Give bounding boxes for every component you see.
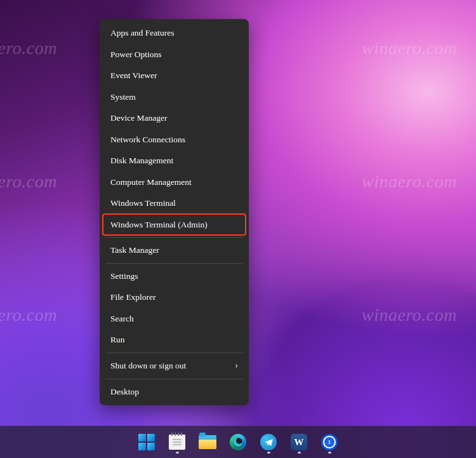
menu-item-label: Computer Management bbox=[110, 178, 192, 187]
menu-item-label: Shut down or sign out bbox=[110, 361, 186, 370]
winx-context-menu: Apps and FeaturesPower OptionsEvent View… bbox=[100, 19, 249, 405]
chevron-right-icon: › bbox=[235, 361, 238, 370]
watermark: winaero.com bbox=[0, 38, 57, 58]
menu-item-label: Settings bbox=[110, 272, 138, 281]
menu-item-device-manager[interactable]: Device Manager bbox=[103, 107, 246, 129]
taskbar: W1 bbox=[0, 426, 476, 458]
menu-item-task-manager[interactable]: Task Manager bbox=[103, 239, 246, 261]
file-explorer-icon bbox=[199, 435, 216, 449]
watermark: winaero.com bbox=[362, 305, 457, 325]
onepassword-icon: 1 bbox=[321, 434, 338, 450]
menu-separator bbox=[105, 353, 243, 353]
menu-item-label: Device Manager bbox=[110, 114, 168, 123]
menu-item-settings[interactable]: Settings bbox=[103, 266, 246, 287]
running-indicator bbox=[328, 452, 331, 454]
menu-separator bbox=[105, 263, 243, 264]
taskbar-word-button[interactable]: W bbox=[286, 429, 312, 455]
menu-item-windows-terminal[interactable]: Windows Terminal bbox=[103, 192, 246, 214]
start-icon bbox=[138, 434, 155, 450]
running-indicator bbox=[176, 452, 179, 454]
menu-separator bbox=[105, 237, 243, 238]
menu-item-power-options[interactable]: Power Options bbox=[103, 44, 246, 65]
edge-icon bbox=[230, 434, 246, 450]
taskbar-notes-button[interactable] bbox=[164, 429, 190, 455]
menu-item-label: Desktop bbox=[110, 387, 139, 396]
menu-item-label: Search bbox=[110, 314, 134, 323]
menu-item-label: Event Viewer bbox=[110, 71, 157, 80]
menu-item-label: Windows Terminal (Admin) bbox=[110, 220, 208, 229]
menu-item-computer-management[interactable]: Computer Management bbox=[103, 172, 246, 193]
menu-item-label: Power Options bbox=[110, 50, 162, 59]
menu-item-label: Windows Terminal bbox=[110, 199, 176, 208]
menu-item-label: System bbox=[110, 93, 136, 102]
taskbar-edge-button[interactable] bbox=[225, 429, 251, 455]
menu-item-desktop[interactable]: Desktop bbox=[103, 381, 246, 403]
menu-item-label: Task Manager bbox=[110, 246, 159, 255]
watermark: winaero.com bbox=[362, 172, 457, 192]
menu-item-system[interactable]: System bbox=[103, 86, 246, 108]
watermark: winaero.com bbox=[362, 38, 457, 58]
telegram-icon bbox=[260, 434, 277, 450]
menu-item-event-viewer[interactable]: Event Viewer bbox=[103, 65, 246, 86]
taskbar-file-explorer-button[interactable] bbox=[195, 429, 220, 455]
taskbar-start-button[interactable] bbox=[134, 429, 159, 455]
menu-item-apps-and-features[interactable]: Apps and Features bbox=[103, 22, 246, 44]
notes-icon bbox=[169, 434, 185, 450]
desktop[interactable]: winaero.com winaero.com winaero.com wina… bbox=[0, 0, 476, 458]
menu-item-windows-terminal-admin[interactable]: Windows Terminal (Admin) bbox=[103, 214, 246, 236]
menu-item-label: Run bbox=[110, 335, 125, 344]
word-icon: W bbox=[291, 434, 307, 450]
watermark: winaero.com bbox=[0, 172, 57, 192]
menu-item-label: Apps and Features bbox=[110, 29, 174, 37]
menu-item-label: File Explorer bbox=[110, 293, 156, 302]
menu-item-label: Disk Management bbox=[110, 156, 173, 165]
menu-separator bbox=[105, 379, 243, 379]
taskbar-telegram-button[interactable] bbox=[256, 429, 281, 455]
menu-item-shut-down-or-sign-out[interactable]: Shut down or sign out› bbox=[103, 355, 246, 377]
menu-item-label: Network Connections bbox=[110, 135, 185, 144]
running-indicator bbox=[298, 452, 301, 454]
menu-item-search[interactable]: Search bbox=[103, 308, 246, 330]
taskbar-onepassword-button[interactable]: 1 bbox=[317, 429, 342, 455]
running-indicator bbox=[267, 452, 270, 454]
watermark: winaero.com bbox=[0, 305, 57, 325]
menu-item-disk-management[interactable]: Disk Management bbox=[103, 150, 246, 172]
menu-item-run[interactable]: Run bbox=[103, 329, 246, 351]
menu-item-network-connections[interactable]: Network Connections bbox=[103, 129, 246, 151]
menu-item-file-explorer[interactable]: File Explorer bbox=[103, 286, 246, 308]
